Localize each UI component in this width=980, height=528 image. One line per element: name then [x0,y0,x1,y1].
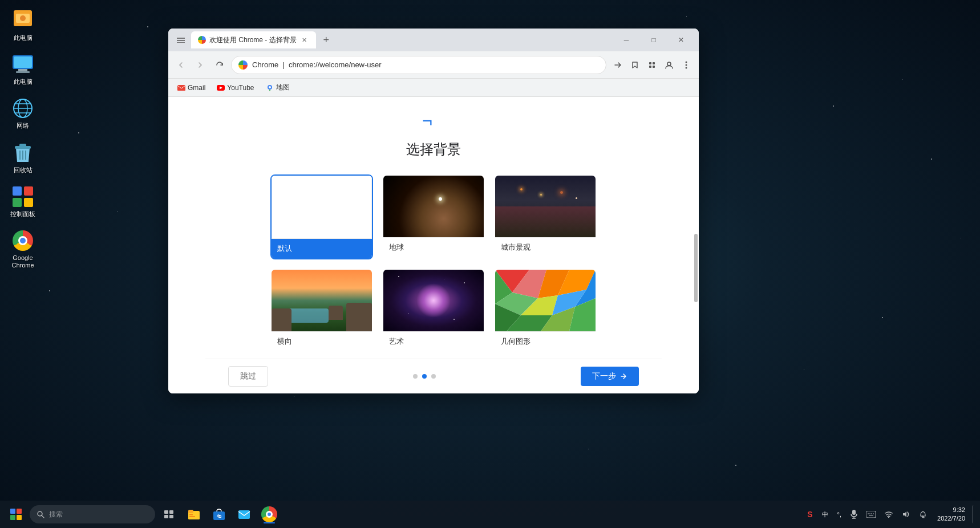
desktop-icons-area: 此电脑 此电脑 网络 [0,0,46,278]
reload-button[interactable] [212,57,228,73]
svg-point-31 [686,67,687,68]
scrollbar[interactable] [694,165,698,393]
bookmark-maps[interactable]: 地图 [261,80,294,95]
svg-rect-4 [14,56,32,68]
volume-icon [902,511,910,518]
desktop-icon-admin[interactable]: 此电脑 [3,6,43,45]
galaxy-star-3 [408,313,409,314]
desktop-icon-my-computer[interactable]: 此电脑 [3,50,43,89]
default-card-label: 默认 [272,238,372,258]
punctuation-mode[interactable]: °, [834,509,845,520]
menu-button[interactable] [678,57,694,73]
recycle-label: 回收站 [14,166,33,174]
desktop-icon-chrome[interactable]: GoogleChrome [3,226,43,273]
geometric-image [495,270,596,331]
windows-icon [10,509,22,520]
share-button[interactable] [610,57,626,73]
svg-text:¬: ¬ [422,110,432,131]
dot-2[interactable] [422,374,427,379]
new-tab-button[interactable]: + [318,32,334,48]
next-button[interactable]: 下一步 [581,367,639,386]
bookmark-gmail[interactable]: Gmail [173,82,210,94]
page-title: 选择背景 [406,140,461,159]
taskbar-app-store[interactable]: 🛍 [208,503,230,526]
desktop-icon-network[interactable]: 网络 [3,94,43,133]
svg-rect-60 [189,514,193,515]
skip-button[interactable]: 跳过 [228,366,268,387]
minimize-button[interactable]: ─ [613,31,639,49]
earth-star [439,197,442,201]
bookmark-youtube[interactable]: YouTube [212,82,258,94]
youtube-label: YouTube [227,84,254,92]
svg-rect-26 [649,66,651,68]
extensions-button[interactable] [644,57,660,73]
bg-card-landscape[interactable]: 横向 [270,269,373,352]
address-bar[interactable]: Chrome | chrome://welcome/new-user [231,56,606,74]
systray: S 中 °, [804,507,913,521]
window-controls: ─ □ ✕ [613,31,694,49]
page-content: ¬ 选择背景 默认 地球 [168,97,699,393]
start-button[interactable] [5,503,27,526]
svg-rect-61 [189,516,195,517]
taskbar-search[interactable]: 搜索 [30,505,155,523]
tab-list-button[interactable] [173,32,189,48]
system-clock[interactable]: 9:32 2022/7/20 [933,503,970,526]
url-text: chrome://welcome/new-user [289,60,382,69]
desktop-icon-control-panel[interactable]: 控制面板 [3,182,43,221]
my-computer-icon [11,53,34,76]
bg-card-art[interactable]: 艺术 [382,269,485,352]
page-inner: ¬ 选择背景 默认 地球 [205,97,662,393]
galaxy-image [383,270,484,331]
notifications-button[interactable] [916,508,930,521]
bg-card-default[interactable]: 默认 [270,174,373,259]
chrome-taskbar-inner [266,511,273,518]
task-view-button[interactable] [157,503,180,526]
maximize-button[interactable]: □ [641,31,667,49]
bg-card-earth[interactable]: 地球 [382,174,485,259]
chrome-desktop-icon [11,229,34,252]
bg-card-geometric[interactable]: 几何图形 [494,269,597,352]
svg-point-36 [269,86,271,88]
profile-button[interactable] [661,57,677,73]
svg-rect-27 [653,66,655,68]
taskbar-app-mail[interactable] [233,503,256,526]
volume-control[interactable] [898,509,913,520]
city-reflection [495,206,596,237]
svg-rect-17 [13,186,22,196]
mic-icon [851,510,857,519]
desktop-icon-recycle[interactable]: 回收站 [3,138,43,177]
galaxy-star-1 [398,276,399,277]
keyboard-button[interactable] [863,509,879,520]
mic-button[interactable] [847,507,861,521]
maps-label: 地图 [276,83,290,92]
input-method[interactable]: 中 [819,508,832,521]
address-bar-actions [610,57,694,73]
city-image [495,176,596,237]
svg-rect-53 [164,510,168,514]
back-button[interactable] [173,57,189,73]
landscape-rock-3 [329,306,343,320]
mail-icon [238,508,250,521]
svg-rect-18 [24,186,33,196]
scrollbar-thumb[interactable] [694,234,698,302]
taskbar-app-chrome[interactable] [258,503,281,526]
tab-favicon [198,36,206,44]
tab-close-button[interactable]: ✕ [300,35,309,44]
active-tab[interactable]: 欢迎使用 Chrome - 选择背景 ✕ [191,31,316,48]
geometric-card-label: 几何图形 [495,331,596,351]
forward-button[interactable] [192,57,208,73]
bookmark-button[interactable] [627,57,643,73]
ime-indicator[interactable]: S [804,507,816,521]
network-status[interactable] [881,509,896,520]
gmail-label: Gmail [188,84,205,92]
svg-rect-32 [177,85,185,91]
keyboard-icon [866,511,876,518]
show-desktop-button[interactable] [972,505,975,523]
bg-card-city[interactable]: 城市景观 [494,174,597,259]
notifications-icon [919,510,927,518]
close-button[interactable]: ✕ [668,31,694,49]
taskbar-app-file-explorer[interactable] [183,503,205,526]
svg-point-74 [888,517,889,518]
network-label: 网络 [17,122,29,129]
svg-line-52 [42,515,44,518]
